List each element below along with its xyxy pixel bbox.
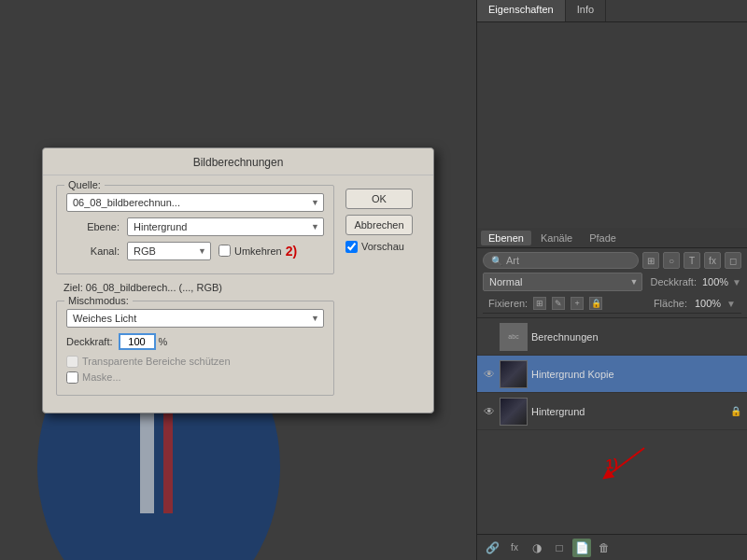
kanal-label: Kanal:: [66, 245, 127, 257]
umkehren-label: Umkehren: [234, 245, 282, 257]
fix-move-icon[interactable]: +: [571, 297, 584, 310]
misch-select[interactable]: Weiches Licht ▼: [66, 309, 324, 328]
fx-button[interactable]: fx: [505, 539, 524, 557]
quelle-arrow: ▼: [311, 198, 321, 207]
layer-thumb-kopie: [500, 360, 528, 388]
blend-row: Normal ▼ Deckkraft: 100% ▼: [483, 273, 741, 291]
layer-filter-btn2[interactable]: ○: [663, 252, 680, 269]
deck-input[interactable]: 100: [119, 333, 156, 350]
maske-checkbox[interactable]: [66, 371, 78, 384]
layer-name-hintergrund: Hintergrund: [531, 406, 726, 417]
blend-mode-arrow: ▼: [630, 277, 641, 287]
misch-group: Mischmodus: Weiches Licht ▼ Deckkraft: 1…: [56, 301, 334, 396]
flaeche-value: 100%: [695, 298, 721, 309]
umkehren-checkbox[interactable]: [218, 245, 231, 257]
annotation-2: 2): [286, 244, 297, 259]
misch-value: Weiches Licht: [69, 313, 311, 324]
trash-button[interactable]: 🗑: [595, 539, 613, 557]
kanal-select[interactable]: RGB ▼: [127, 242, 211, 260]
transp-checkbox[interactable]: [66, 356, 78, 368]
quelle-group-label: Quelle:: [64, 179, 105, 190]
umkehren-row: Umkehren: [218, 245, 282, 257]
layer-thumb-inner-hintergrund: [500, 399, 527, 425]
right-panel: Eigenschaften Info Ebenen Kanäle Pfade 🔍…: [476, 0, 747, 560]
ok-button[interactable]: OK: [345, 189, 413, 209]
opacity-arrow: ▼: [732, 277, 741, 287]
fix-label: Fixieren:: [488, 298, 528, 309]
search-label: Art: [502, 255, 630, 266]
layer-search-bar[interactable]: 🔍 Art: [483, 252, 639, 269]
ebene-arrow: ▼: [311, 222, 321, 231]
layer-filter-btn1[interactable]: ⊞: [642, 252, 659, 269]
deck-row: Deckkraft: 100 %: [66, 333, 324, 350]
layer-subtabs: Ebenen Kanäle Pfade: [477, 228, 747, 248]
ebene-row: Ebene: Hintergrund ▼: [66, 217, 324, 236]
kanal-row: Kanal: RGB ▼ Umkehren 2): [66, 242, 324, 260]
eye-hintergrund-kopie[interactable]: 👁: [483, 368, 496, 381]
layer-search-row: 🔍 Art ⊞ ○ T fx ◻: [483, 252, 741, 269]
transp-row: Transparente Bereiche schützen: [66, 356, 324, 368]
blend-mode-value: Normal: [486, 276, 630, 287]
deck-label: Deckkraft:: [66, 336, 113, 347]
fix-paint-icon[interactable]: ✎: [552, 297, 565, 310]
opacity-label: Deckkraft:: [650, 276, 697, 287]
maske-label: Maske...: [82, 371, 121, 383]
fix-row: Fixieren: ⊞ ✎ + 🔒 Fläche: 100% ▼: [483, 294, 741, 314]
transp-label: Transparente Bereiche schützen: [82, 356, 231, 367]
ziel-text: Ziel: 06_08_bildbere­ch... (..., RGB): [56, 282, 334, 293]
flaeche-label: Fläche:: [654, 298, 687, 309]
subtab-pfade[interactable]: Pfade: [582, 231, 624, 245]
layer-filter-btn4[interactable]: fx: [704, 252, 721, 269]
new-layer-button[interactable]: 📄: [572, 539, 591, 557]
layer-filter-btn3[interactable]: T: [684, 252, 700, 269]
opacity-value: 100%: [702, 276, 728, 287]
layer-controls: 🔍 Art ⊞ ○ T fx ◻ Normal ▼ Deckkraft: 100…: [477, 248, 747, 318]
layer-filter-btn5[interactable]: ◻: [725, 252, 741, 269]
subtab-ebenen[interactable]: Ebenen: [481, 231, 531, 245]
layer-thumb-hintergrund: [500, 398, 528, 426]
vorschau-row: Vorschau: [345, 241, 420, 253]
layer-name-berechnungen: Berechnungen: [531, 331, 741, 343]
adjustment-button[interactable]: ◑: [528, 539, 546, 557]
quelle-row: 06_08_bildberechnun... ▼: [66, 193, 324, 212]
layer-thumb-inner-kopie: [500, 361, 527, 387]
subtab-kanaele[interactable]: Kanäle: [533, 231, 580, 245]
layer-thumb-berechnungen: abc: [500, 323, 528, 351]
kanal-value: RGB: [130, 245, 198, 257]
maske-row: Maske...: [66, 371, 324, 384]
modal-overlay: Bildberechnungen Quelle: 06_08_bildberec…: [0, 0, 476, 560]
flaeche-arrow: ▼: [726, 299, 736, 309]
vorschau-checkbox[interactable]: [345, 241, 358, 253]
layer-hintergrund[interactable]: 👁 Hintergrund 🔒: [477, 393, 747, 430]
tab-eigenschaften[interactable]: Eigenschaften: [477, 0, 566, 21]
group-button[interactable]: □: [550, 539, 569, 557]
dialog-bildberechnungen: Bildberechnungen Quelle: 06_08_bildberec…: [42, 147, 434, 413]
panel-tabs: Eigenschaften Info: [477, 0, 747, 22]
fix-all-icon[interactable]: 🔒: [589, 297, 602, 310]
tab-info[interactable]: Info: [566, 0, 606, 21]
link-button[interactable]: 🔗: [483, 539, 501, 557]
ebene-label: Ebene:: [66, 221, 127, 232]
quelle-select[interactable]: 06_08_bildberechnun... ▼: [66, 193, 324, 212]
misch-row: Weiches Licht ▼: [66, 309, 324, 328]
dialog-title: Bildberechnungen: [43, 148, 433, 175]
misch-arrow: ▼: [311, 314, 321, 323]
blend-mode-select[interactable]: Normal ▼: [483, 273, 642, 291]
kanal-arrow: ▼: [198, 246, 208, 256]
quelle-group: Quelle: 06_08_bildberechnun... ▼ Ebene: …: [56, 185, 334, 274]
layer-hintergrund-kopie[interactable]: 👁 Hintergrund Kopie: [477, 356, 747, 393]
fix-lock-icon[interactable]: ⊞: [533, 297, 546, 310]
layer-toolbar: 🔗 fx ◑ □ 📄 🗑: [477, 534, 747, 560]
layers-list: abc Berechnungen 👁 Hintergrund Kopie 👁 H…: [477, 318, 747, 534]
misch-group-label: Mischmodus:: [64, 295, 133, 306]
dialog-buttons: OK Abbrechen Vorschau: [345, 185, 420, 403]
eye-hintergrund[interactable]: 👁: [483, 405, 496, 418]
cancel-button[interactable]: Abbrechen: [345, 215, 413, 235]
ebene-value: Hintergrund: [130, 221, 311, 232]
properties-area: [477, 22, 747, 228]
ebene-select[interactable]: Hintergrund ▼: [127, 217, 324, 236]
layer-thumb-text: abc: [500, 324, 527, 350]
layer-berechnungen[interactable]: abc Berechnungen: [477, 318, 747, 356]
deck-unit: %: [159, 336, 168, 347]
layer-name-kopie: Hintergrund Kopie: [531, 369, 741, 380]
